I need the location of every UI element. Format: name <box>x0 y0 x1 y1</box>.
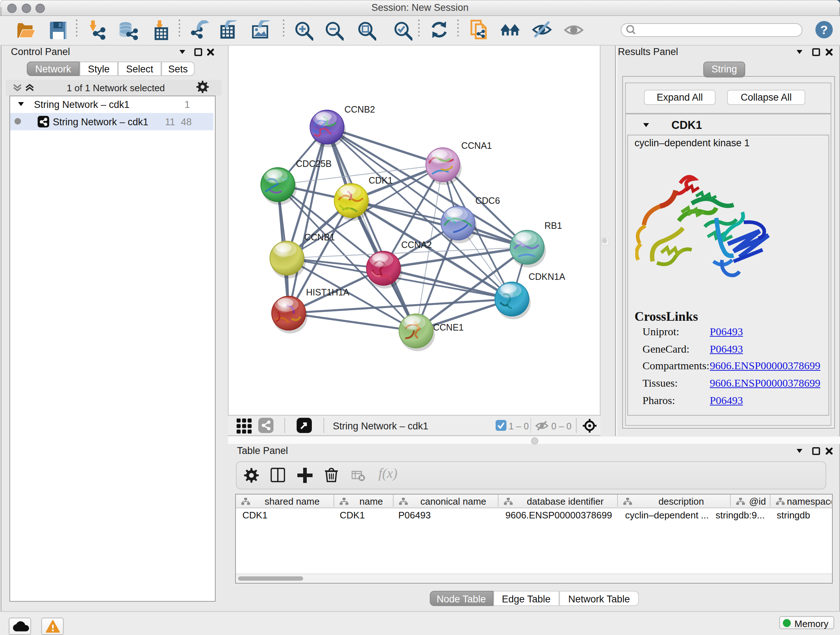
svg-text:CCNB1: CCNB1 <box>304 232 335 242</box>
svg-text:HIST1H1A: HIST1H1A <box>306 287 349 297</box>
svg-text:CDC6: CDC6 <box>475 195 500 206</box>
svg-text:CCNE1: CCNE1 <box>433 322 463 333</box>
svg-text:CCNA1: CCNA1 <box>461 141 492 150</box>
svg-text:CDKN1A: CDKN1A <box>528 272 565 282</box>
svg-text:CCNA2: CCNA2 <box>401 240 431 250</box>
svg-text:RB1: RB1 <box>544 220 562 231</box>
svg-text:CCNB2: CCNB2 <box>344 104 375 114</box>
svg-text:?: ? <box>821 23 828 36</box>
svg-text:CDC25B: CDC25B <box>295 158 332 169</box>
svg-text:CDK1: CDK1 <box>368 175 393 185</box>
